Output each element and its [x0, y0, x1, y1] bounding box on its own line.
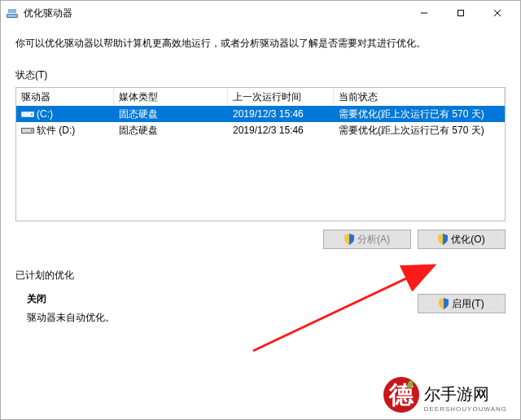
drive-media: 固态硬盘 [114, 122, 228, 138]
disk-icon [21, 109, 34, 119]
enable-label: 启用(T) [452, 297, 484, 311]
drive-name: (C:) [37, 108, 53, 120]
window-title: 优化驱动器 [24, 7, 72, 20]
column-drive[interactable]: 驱动器 [16, 88, 114, 106]
maximize-button[interactable] [442, 2, 479, 24]
disk-icon [21, 125, 34, 135]
watermark-badge: 德 [383, 377, 419, 413]
shield-icon [344, 234, 354, 245]
drive-row[interactable]: (C:) 固态硬盘 2019/12/3 15:46 需要优化(距上次运行已有 5… [16, 106, 505, 122]
column-last[interactable]: 上一次运行时间 [228, 88, 334, 106]
column-status[interactable]: 当前状态 [334, 88, 505, 106]
analyze-label: 分析(A) [357, 233, 390, 247]
watermark-main: 尔手游网 [424, 383, 489, 405]
drive-name: 软件 (D:) [37, 124, 75, 138]
drive-status: 需要优化(距上次运行已有 570 天) [334, 106, 505, 122]
content-area: 你可以优化驱动器以帮助计算机更高效地运行，或者分析驱动器以了解是否需要对其进行优… [1, 25, 520, 419]
drive-last: 2019/12/3 15:46 [228, 122, 334, 138]
column-media[interactable]: 媒体类型 [114, 88, 228, 106]
schedule-note: 驱动器未自动优化。 [27, 311, 418, 325]
drive-list: 驱动器 媒体类型 上一次运行时间 当前状态 (C:) 固态硬盘 2019/12/… [15, 87, 506, 221]
shield-icon [438, 234, 448, 245]
drive-media: 固态硬盘 [114, 106, 228, 122]
svg-rect-1 [7, 15, 17, 17]
optimize-button[interactable]: 优化(O) [418, 230, 506, 249]
analyze-button: 分析(A) [323, 230, 411, 249]
schedule-section-label: 已计划的优化 [15, 269, 506, 282]
schedule-body: 关闭 驱动器未自动优化。 启用(T) [15, 292, 506, 325]
watermark-text: 尔手游网 DEERSHOUYOUWANG [424, 383, 507, 413]
action-button-row: 分析(A) 优化(O) [15, 230, 506, 249]
titlebar: 优化驱动器 [1, 1, 520, 25]
description-text: 你可以优化驱动器以帮助计算机更高效地运行，或者分析驱动器以了解是否需要对其进行优… [15, 37, 506, 50]
status-label: 状态(T) [15, 68, 506, 82]
svg-point-10 [31, 114, 33, 116]
watermark-sub: DEERSHOUYOUWANG [424, 405, 507, 413]
svg-rect-3 [8, 9, 16, 13]
drive-status: 需要优化(距上次运行已有 570 天) [334, 122, 505, 138]
optimize-label: 优化(O) [451, 233, 484, 247]
minimize-button[interactable] [405, 2, 442, 24]
shield-icon [439, 298, 449, 309]
window-frame: 优化驱动器 你可以优化驱动器以帮助计算机更高效地运行，或者分析驱动器以了解是否需… [0, 0, 521, 420]
drive-list-header: 驱动器 媒体类型 上一次运行时间 当前状态 [16, 88, 505, 106]
watermark-logo: 德 尔手游网 DEERSHOUYOUWANG [383, 377, 507, 413]
schedule-off: 关闭 [27, 292, 418, 306]
close-button[interactable] [479, 2, 515, 24]
drive-row[interactable]: 软件 (D:) 固态硬盘 2019/12/3 15:46 需要优化(距上次运行已… [16, 122, 505, 138]
enable-button[interactable]: 启用(T) [418, 294, 506, 313]
svg-rect-5 [458, 11, 463, 16]
drive-last: 2019/12/3 15:46 [228, 106, 334, 122]
app-icon [6, 7, 19, 20]
svg-point-13 [31, 130, 33, 132]
schedule-text: 关闭 驱动器未自动优化。 [15, 292, 418, 325]
